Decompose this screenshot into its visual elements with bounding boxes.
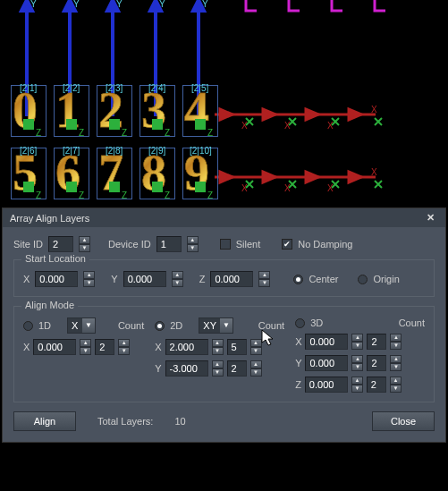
close-icon[interactable]: ✕ bbox=[423, 212, 438, 224]
svg-text:Y: Y bbox=[30, 0, 37, 9]
device-id-input[interactable] bbox=[156, 236, 182, 252]
layer-id-label: [2|9] bbox=[148, 146, 165, 156]
start-x-input[interactable] bbox=[35, 271, 78, 287]
mode-3d-z-input[interactable] bbox=[305, 377, 348, 393]
svg-text:Y: Y bbox=[73, 0, 80, 9]
start-y-input[interactable] bbox=[123, 271, 166, 287]
site-id-spinner[interactable]: ▲▼ bbox=[79, 236, 90, 252]
mode-2d-y-input[interactable] bbox=[165, 360, 208, 377]
layer-id-label: [2|6] bbox=[20, 146, 37, 156]
mode-3d-label: 3D bbox=[310, 317, 323, 328]
mode-2d-ycount-input[interactable] bbox=[227, 360, 247, 377]
count-label-3d: Count bbox=[399, 317, 425, 328]
layer-origin-handle[interactable] bbox=[195, 182, 206, 192]
z-axis-label: Z bbox=[207, 128, 213, 138]
device-id-spinner[interactable]: ▲▼ bbox=[187, 236, 199, 252]
start-z-label: Z bbox=[199, 274, 206, 284]
mode-2d-x-spinner[interactable]: ▲▼ bbox=[212, 339, 224, 355]
mode-3d-y-input[interactable] bbox=[305, 355, 348, 371]
layer-origin-handle[interactable] bbox=[152, 119, 163, 130]
chevron-down-icon[interactable]: ▼ bbox=[220, 318, 232, 333]
mode-3d-x-label: X bbox=[295, 336, 301, 347]
mode-2d-y-label: Y bbox=[155, 363, 161, 374]
svg-text:X: X bbox=[284, 121, 291, 131]
mode-1d-radio[interactable] bbox=[23, 321, 33, 331]
start-z-input[interactable] bbox=[210, 271, 253, 287]
mode-1d-axis-combo[interactable]: X ▼ bbox=[67, 317, 96, 334]
layer-id-label: [2|2] bbox=[63, 83, 80, 93]
z-axis-label: Z bbox=[165, 128, 170, 138]
align-button[interactable]: Align bbox=[13, 411, 76, 431]
mode-2d-xcount-spinner[interactable]: ▲▼ bbox=[250, 339, 262, 355]
layer-origin-handle[interactable] bbox=[66, 182, 77, 192]
site-id-input[interactable] bbox=[48, 236, 73, 252]
site-id-label: Site ID bbox=[13, 239, 43, 250]
count-label-1d: Count bbox=[118, 320, 144, 331]
mode-2d-y-spinner[interactable]: ▲▼ bbox=[212, 360, 224, 377]
device-id-label: Device ID bbox=[108, 239, 151, 250]
mode-1d-x-input[interactable] bbox=[33, 339, 76, 355]
chevron-down-icon[interactable]: ▼ bbox=[82, 318, 95, 333]
dialog-title: Array Align Layers bbox=[10, 213, 89, 224]
mode-3d-xcount-input[interactable] bbox=[367, 334, 386, 350]
svg-marker-23 bbox=[306, 172, 318, 182]
layer-origin-handle[interactable] bbox=[66, 119, 77, 130]
silent-checkbox[interactable] bbox=[220, 239, 231, 250]
mode-2d-ycount-spinner[interactable]: ▲▼ bbox=[250, 360, 262, 377]
mode-2d-radio[interactable] bbox=[155, 321, 165, 331]
align-mode-group: Align Mode 1D X ▼ Count bbox=[13, 306, 435, 402]
layer-origin-handle[interactable] bbox=[109, 119, 120, 130]
start-location-group: Start Location X ▲▼ Y ▲▼ Z ▲▼ Center Ori… bbox=[13, 259, 435, 297]
layer-origin-handle[interactable] bbox=[152, 182, 163, 192]
center-radio[interactable] bbox=[293, 275, 303, 284]
layer-id-label: [2|1] bbox=[20, 83, 37, 93]
mode-2d-x-input[interactable] bbox=[165, 339, 208, 355]
start-y-spinner[interactable]: ▲▼ bbox=[172, 271, 183, 287]
origin-radio[interactable] bbox=[358, 275, 368, 284]
center-label: Center bbox=[309, 274, 338, 284]
mode-3d-z-spinner[interactable]: ▲▼ bbox=[351, 377, 363, 393]
no-damping-checkbox[interactable] bbox=[282, 239, 292, 250]
mode-1d-label: 1D bbox=[38, 320, 51, 331]
mode-3d-y-spinner[interactable]: ▲▼ bbox=[351, 355, 363, 371]
layer-id-label: [2|5] bbox=[191, 83, 208, 93]
mode-3d-zcount-input[interactable] bbox=[367, 377, 386, 393]
mode-3d-zcount-spinner[interactable]: ▲▼ bbox=[390, 377, 402, 393]
mode-2d-x-label: X bbox=[155, 342, 161, 352]
mode-3d-xcount-spinner[interactable]: ▲▼ bbox=[390, 334, 402, 350]
svg-marker-22 bbox=[263, 172, 275, 182]
layer-origin-handle[interactable] bbox=[23, 182, 34, 192]
layer-id-label: [2|8] bbox=[106, 146, 123, 156]
mode-3d-x-spinner[interactable]: ▲▼ bbox=[351, 334, 363, 350]
svg-marker-19 bbox=[349, 109, 361, 120]
mode-1d-count-spinner[interactable]: ▲▼ bbox=[118, 339, 130, 355]
svg-marker-18 bbox=[306, 109, 318, 120]
svg-marker-16 bbox=[220, 109, 232, 120]
z-axis-label: Z bbox=[122, 128, 127, 138]
mode-1d-x-spinner[interactable]: ▲▼ bbox=[80, 339, 91, 355]
layer-origin-handle[interactable] bbox=[109, 182, 120, 192]
z-axis-label: Z bbox=[207, 190, 213, 200]
viewport-3d: YY YY Y X X XX X XX X 0[2|1]Z1[2|2]Z2[2|… bbox=[0, 0, 448, 206]
mode-2d-xcount-input[interactable] bbox=[227, 339, 247, 355]
layer-origin-handle[interactable] bbox=[23, 119, 34, 130]
svg-marker-17 bbox=[263, 109, 275, 120]
start-z-spinner[interactable]: ▲▼ bbox=[258, 271, 270, 287]
layer-id-label: [2|3] bbox=[106, 83, 123, 93]
layer-origin-handle[interactable] bbox=[195, 119, 206, 130]
mode-1d-x-label: X bbox=[23, 342, 30, 352]
mode-3d-ycount-spinner[interactable]: ▲▼ bbox=[390, 355, 402, 371]
mode-2d-axes-combo[interactable]: XY ▼ bbox=[199, 317, 233, 334]
dialog-titlebar[interactable]: Array Align Layers ✕ bbox=[3, 208, 445, 227]
start-x-spinner[interactable]: ▲▼ bbox=[83, 271, 95, 287]
count-label-2d: Count bbox=[258, 320, 284, 331]
mode-3d-radio[interactable] bbox=[295, 318, 305, 328]
layer-id-label: [2|4] bbox=[148, 83, 165, 93]
mode-1d-count-input[interactable] bbox=[95, 339, 114, 355]
close-button[interactable]: Close bbox=[372, 411, 435, 431]
start-y-label: Y bbox=[111, 274, 117, 284]
mode-3d-x-input[interactable] bbox=[305, 334, 348, 350]
mode-3d-ycount-input[interactable] bbox=[367, 355, 386, 371]
svg-text:X: X bbox=[327, 121, 334, 131]
start-x-label: X bbox=[23, 274, 30, 284]
